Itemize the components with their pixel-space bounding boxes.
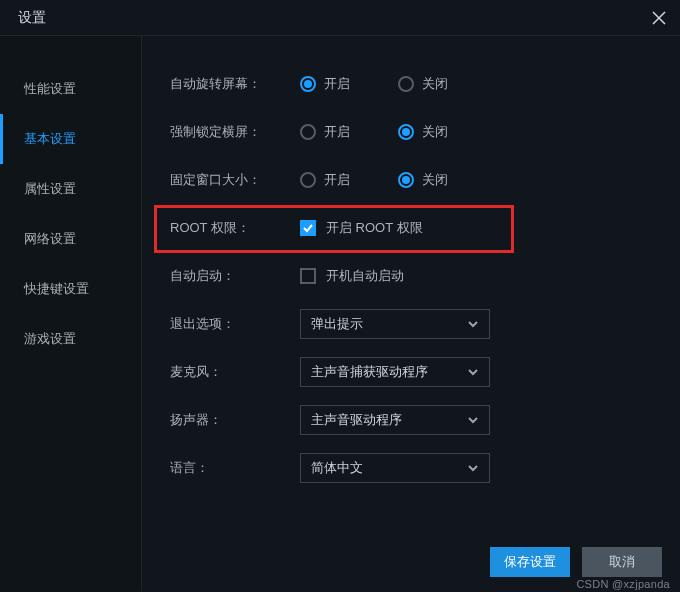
radio-label: 关闭 (422, 75, 448, 93)
radio-icon (300, 172, 316, 188)
row-mic: 麦克风： 主声音捕获驱动程序 (170, 348, 660, 396)
row-root: ROOT 权限： 开启 ROOT 权限 (170, 204, 660, 252)
sidebar-item-property[interactable]: 属性设置 (0, 164, 141, 214)
title: 设置 (18, 9, 46, 27)
select-value: 主声音捕获驱动程序 (311, 363, 428, 381)
sidebar-item-label: 快捷键设置 (24, 280, 89, 298)
sidebar-item-label: 性能设置 (24, 80, 76, 98)
radio-icon (300, 76, 316, 92)
radio-icon (398, 172, 414, 188)
radio-label: 开启 (324, 171, 350, 189)
radio-forceland-on[interactable]: 开启 (300, 123, 350, 141)
row-autorotate: 自动旋转屏幕： 开启 关闭 (170, 60, 660, 108)
select-speaker[interactable]: 主声音驱动程序 (300, 405, 490, 435)
close-icon[interactable] (650, 9, 668, 27)
sidebar-item-network[interactable]: 网络设置 (0, 214, 141, 264)
label-fixedsize: 固定窗口大小： (170, 171, 300, 189)
chevron-down-icon (467, 366, 479, 378)
radio-label: 开启 (324, 75, 350, 93)
radio-label: 关闭 (422, 123, 448, 141)
row-forceland: 强制锁定横屏： 开启 关闭 (170, 108, 660, 156)
label-lang: 语言： (170, 459, 300, 477)
radio-label: 关闭 (422, 171, 448, 189)
row-autostart: 自动启动： 开机自动启动 (170, 252, 660, 300)
label-speaker: 扬声器： (170, 411, 300, 429)
label-mic: 麦克风： (170, 363, 300, 381)
select-value: 弹出提示 (311, 315, 363, 333)
radio-forceland-off[interactable]: 关闭 (398, 123, 448, 141)
sidebar-item-label: 属性设置 (24, 180, 76, 198)
label-forceland: 强制锁定横屏： (170, 123, 300, 141)
sidebar-item-performance[interactable]: 性能设置 (0, 64, 141, 114)
label-autostart: 自动启动： (170, 267, 300, 285)
radio-label: 开启 (324, 123, 350, 141)
titlebar: 设置 (0, 0, 680, 36)
row-fixedsize: 固定窗口大小： 开启 关闭 (170, 156, 660, 204)
chevron-down-icon (467, 462, 479, 474)
watermark: CSDN @xzjpanda (576, 578, 670, 590)
save-button[interactable]: 保存设置 (490, 547, 570, 577)
sidebar-item-game[interactable]: 游戏设置 (0, 314, 141, 364)
content: 自动旋转屏幕： 开启 关闭 强制锁定横屏： 开启 (142, 36, 680, 591)
radio-fixedsize-off[interactable]: 关闭 (398, 171, 448, 189)
select-exit[interactable]: 弹出提示 (300, 309, 490, 339)
label-root: ROOT 权限： (170, 219, 300, 237)
radio-autorotate-on[interactable]: 开启 (300, 75, 350, 93)
sidebar-item-basic[interactable]: 基本设置 (0, 114, 141, 164)
radio-icon (398, 124, 414, 140)
select-lang[interactable]: 简体中文 (300, 453, 490, 483)
select-value: 主声音驱动程序 (311, 411, 402, 429)
cancel-button[interactable]: 取消 (582, 547, 662, 577)
row-exit: 退出选项： 弹出提示 (170, 300, 660, 348)
row-speaker: 扬声器： 主声音驱动程序 (170, 396, 660, 444)
select-mic[interactable]: 主声音捕获驱动程序 (300, 357, 490, 387)
sidebar-item-label: 网络设置 (24, 230, 76, 248)
checkbox-icon (300, 268, 316, 284)
label-exit: 退出选项： (170, 315, 300, 333)
radio-icon (398, 76, 414, 92)
sidebar-item-shortcut[interactable]: 快捷键设置 (0, 264, 141, 314)
chevron-down-icon (467, 414, 479, 426)
label-autorotate: 自动旋转屏幕： (170, 75, 300, 93)
checkbox-icon (300, 220, 316, 236)
checkbox-label: 开机自动启动 (326, 267, 404, 285)
chevron-down-icon (467, 318, 479, 330)
row-lang: 语言： 简体中文 (170, 444, 660, 492)
sidebar: 性能设置 基本设置 属性设置 网络设置 快捷键设置 游戏设置 (0, 36, 142, 591)
radio-icon (300, 124, 316, 140)
sidebar-item-label: 基本设置 (24, 130, 76, 148)
radio-autorotate-off[interactable]: 关闭 (398, 75, 448, 93)
select-value: 简体中文 (311, 459, 363, 477)
checkbox-autostart[interactable]: 开机自动启动 (300, 267, 404, 285)
footer: 保存设置 取消 (490, 547, 662, 577)
checkbox-root[interactable]: 开启 ROOT 权限 (300, 219, 423, 237)
radio-fixedsize-on[interactable]: 开启 (300, 171, 350, 189)
checkbox-label: 开启 ROOT 权限 (326, 219, 423, 237)
sidebar-item-label: 游戏设置 (24, 330, 76, 348)
